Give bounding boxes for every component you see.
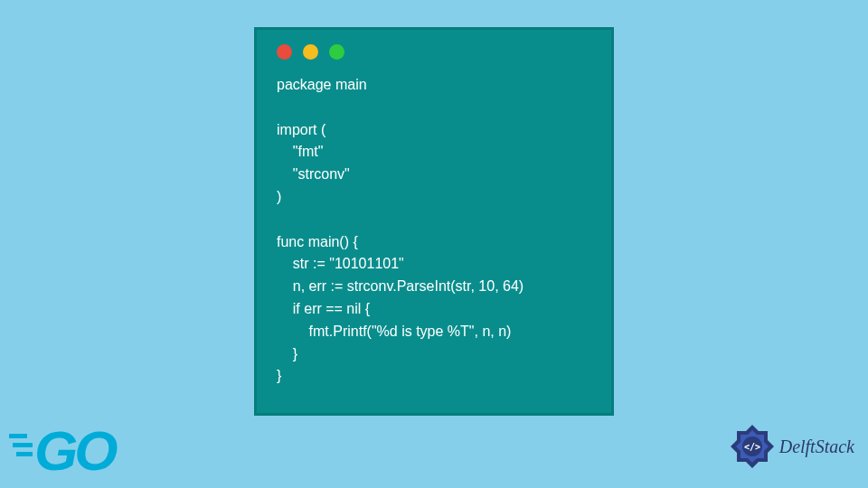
svg-rect-2	[16, 452, 33, 456]
svg-rect-0	[9, 434, 27, 438]
minimize-icon	[303, 44, 318, 60]
code-window: package main import ( "fmt" "strconv" ) …	[254, 27, 614, 416]
code-block: package main import ( "fmt" "strconv" ) …	[277, 74, 595, 388]
window-traffic-lights	[277, 44, 595, 60]
delftstack-logo: </> DelftStack	[729, 423, 854, 470]
svg-rect-1	[13, 443, 33, 447]
go-logo-text: GO	[34, 419, 118, 479]
go-logo: GO	[9, 416, 163, 479]
svg-text:</>: </>	[744, 442, 760, 452]
delftstack-text: DelftStack	[779, 436, 854, 457]
maximize-icon	[329, 44, 344, 60]
delftstack-icon: </>	[729, 423, 776, 470]
close-icon	[277, 44, 292, 60]
